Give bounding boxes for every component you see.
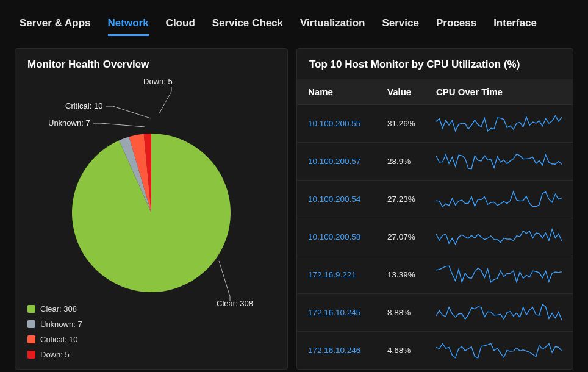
legend-item[interactable]: Unknown: 7 [27,320,82,329]
host-spark-cell [436,226,562,248]
legend-swatch [27,320,35,328]
host-link[interactable]: 172.16.10.245 [308,308,381,317]
tab-service-check[interactable]: Service Check [212,17,283,36]
legend-label: Critical: 10 [40,335,77,344]
host-spark-cell [436,339,562,362]
col-name: Name [308,87,381,97]
table-row: 172.16.10.2464.68% [297,331,573,369]
sparkline [436,226,562,246]
table-row: 10.100.200.5827.07% [297,218,573,256]
callout-down: Down: 5 [143,77,173,86]
sparkline [436,112,562,133]
sparkline [436,263,562,284]
tab-service[interactable]: Service [382,17,419,36]
panels-row: Monitor Health Overview Down: 5 Critical… [0,42,588,372]
col-spark: CPU Over Time [436,87,562,97]
host-link[interactable]: 172.16.9.221 [308,270,381,279]
legend-swatch [27,305,35,313]
sparkline [436,188,562,209]
sparkline [436,301,562,322]
panel-hosts: Top 10 Host Monitor by CPU Utilization (… [296,48,573,370]
tab-virtualization[interactable]: Virtualization [300,17,365,36]
host-spark-cell [436,188,562,210]
legend-label: Unknown: 7 [40,320,82,329]
host-spark-cell [436,263,562,286]
tab-server-apps[interactable]: Server & Apps [20,17,91,36]
legend-swatch [27,335,35,343]
host-link[interactable]: 10.100.200.55 [308,119,381,128]
host-value: 13.39% [387,270,430,279]
panel-health-title: Monitor Health Overview [15,49,287,79]
legend-label: Down: 5 [40,350,70,359]
legend-item[interactable]: Clear: 308 [27,304,82,313]
host-link[interactable]: 10.100.200.54 [308,195,381,204]
host-value: 27.07% [387,232,430,241]
tab-interface[interactable]: Interface [493,17,537,36]
callout-critical: Critical: 10 [65,101,102,110]
host-spark-cell [436,150,562,173]
host-table: Name Value CPU Over Time 10.100.200.5531… [297,79,573,369]
host-table-header: Name Value CPU Over Time [297,79,573,104]
pie-legend: Clear: 308Unknown: 7Critical: 10Down: 5 [27,304,82,359]
host-link[interactable]: 10.100.200.58 [308,232,381,241]
host-link[interactable]: 10.100.200.57 [308,157,381,166]
table-row: 172.16.10.2458.88% [297,293,573,331]
sparkline [436,150,562,171]
host-value: 31.26% [387,119,430,128]
table-row: 10.100.200.5728.9% [297,142,573,180]
host-spark-cell [436,112,562,135]
host-value: 8.88% [387,308,430,317]
tab-cloud[interactable]: Cloud [166,17,195,36]
host-value: 4.68% [387,346,430,355]
tab-network[interactable]: Network [108,17,149,36]
legend-swatch [27,351,35,359]
host-spark-cell [436,301,562,324]
sparkline [436,339,562,360]
tab-process[interactable]: Process [436,17,476,36]
pie-chart-area: Down: 5 Critical: 10 Unknown: 7 Clear: 3… [15,79,287,369]
legend-item[interactable]: Down: 5 [27,350,82,359]
host-value: 28.9% [387,157,430,166]
callout-unknown: Unknown: 7 [48,118,90,127]
legend-item[interactable]: Critical: 10 [27,335,82,344]
panel-health: Monitor Health Overview Down: 5 Critical… [15,48,288,370]
pie-chart [66,127,237,298]
tabs-bar: Server & AppsNetworkCloudService CheckVi… [0,0,588,42]
table-row: 10.100.200.5531.26% [297,104,573,142]
host-value: 27.23% [387,195,430,204]
legend-label: Clear: 308 [40,304,77,313]
host-table-body: 10.100.200.5531.26%10.100.200.5728.9%10.… [297,104,573,369]
callout-clear: Clear: 308 [217,299,253,308]
panel-hosts-title: Top 10 Host Monitor by CPU Utilization (… [297,49,573,79]
col-value: Value [387,87,430,97]
table-row: 10.100.200.5427.23% [297,180,573,218]
table-row: 172.16.9.22113.39% [297,256,573,293]
host-link[interactable]: 172.16.10.246 [308,346,381,355]
